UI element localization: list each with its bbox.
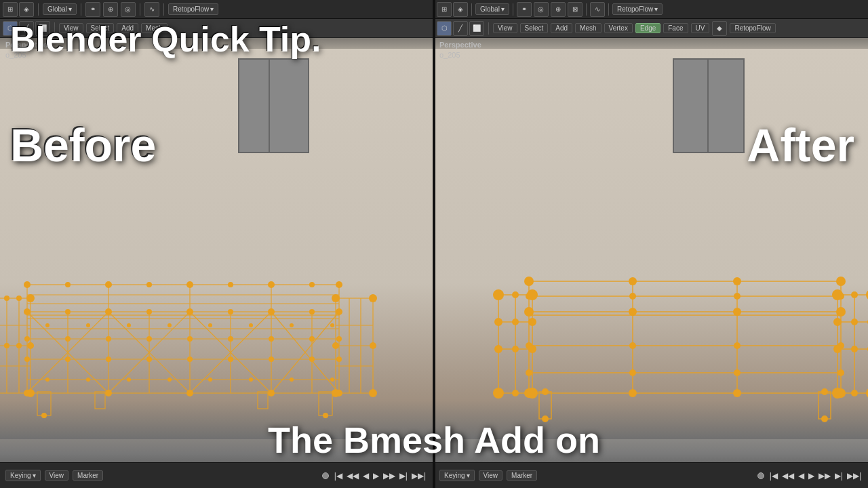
right-grid-icon[interactable]: ⊞ (437, 2, 452, 17)
wave-icon[interactable]: ∿ (144, 2, 159, 17)
global-label-right: Global (480, 5, 500, 13)
svg-point-108 (290, 323, 294, 327)
prev-keyframe-btn-left[interactable]: ◀◀ (345, 471, 360, 481)
svg-rect-25 (37, 392, 51, 415)
svg-point-162 (527, 289, 538, 300)
right-toolbar2: ⬡ ╱ ⬜ View Select Add Mesh Vertex Edge F… (434, 19, 868, 38)
edge-btn-right[interactable]: Edge (635, 23, 660, 33)
chevron-down-icon: ▾ (68, 5, 72, 13)
svg-point-89 (323, 413, 328, 418)
svg-point-171 (512, 346, 519, 352)
skip-end-btn-left[interactable]: ▶| (398, 471, 409, 481)
timeline-controls-right[interactable]: |◀ ◀◀ ◀ ▶ ▶▶ ▶| ▶▶| (768, 471, 863, 481)
view-tl-btn-right[interactable]: View (479, 470, 503, 481)
right-sep2 (513, 3, 513, 16)
svg-point-167 (493, 388, 504, 399)
svg-point-83 (369, 294, 377, 302)
magnet-icon[interactable]: ⊕ (103, 2, 118, 17)
retopoflow-btn-right[interactable]: RetopoFlow ▾ (612, 3, 663, 15)
svg-rect-1 (27, 285, 339, 315)
svg-point-63 (24, 281, 31, 288)
svg-point-154 (629, 369, 636, 376)
prev-keyframe-btn-right[interactable]: ◀◀ (781, 471, 795, 481)
svg-point-81 (16, 343, 22, 348)
right-wave-icon[interactable]: ∿ (590, 2, 605, 17)
svg-point-177 (833, 345, 842, 353)
next-frame-btn-right[interactable]: ▶▶ (817, 471, 832, 481)
svg-point-68 (65, 309, 71, 314)
right-diamond-icon[interactable]: ◆ (712, 21, 727, 36)
mesh-btn-right[interactable]: Mesh (575, 23, 601, 33)
marker-btn-left[interactable]: Marker (73, 470, 103, 481)
retopoflow-btn-left[interactable]: RetopoFlow ▾ (168, 3, 218, 15)
proportional-icon[interactable]: ◎ (121, 2, 136, 17)
keying-dropdown-right[interactable]: Keying ▾ (439, 470, 475, 481)
right-face-mode-icon[interactable]: ⬜ (469, 21, 484, 36)
svg-point-84 (332, 342, 339, 349)
retopoflow-chevron-left: ▾ (210, 5, 214, 13)
select-btn-right[interactable]: Select (520, 23, 549, 33)
svg-point-164 (528, 318, 536, 326)
right-toolbar-icons: ⊞ ◈ (437, 2, 468, 17)
right-link-icon[interactable]: ⚭ (517, 2, 532, 17)
scene-icon[interactable]: ◈ (19, 2, 34, 17)
right-snap-icon[interactable]: ⊠ (568, 2, 583, 17)
marker-btn-right[interactable]: Marker (507, 470, 537, 481)
svg-point-166 (528, 345, 536, 353)
svg-point-90 (65, 282, 71, 287)
face-btn-right[interactable]: Face (663, 23, 688, 33)
end-btn-left[interactable]: ▶▶| (410, 471, 427, 481)
perspective-label-right: Perspective (439, 41, 481, 49)
svg-point-115 (249, 378, 253, 382)
svg-point-88 (41, 413, 47, 418)
prev-frame-btn-right[interactable]: ◀ (797, 471, 806, 481)
right-panel: ⊞ ◈ Global ▾ ⚭ ◎ ⊕ ⊠ ∿ RetopoFlow ▾ (434, 0, 868, 488)
svg-point-183 (851, 346, 858, 352)
svg-point-187 (542, 388, 549, 395)
vertex-btn-right[interactable]: Vertex (604, 23, 633, 33)
play-btn-right[interactable]: ▶ (807, 471, 816, 481)
global-dropdown-right[interactable]: Global ▾ (475, 3, 509, 15)
right-window-1 (673, 58, 710, 153)
tb2-right-sep1 (488, 22, 489, 35)
uv-btn-right[interactable]: UV (691, 23, 710, 33)
svg-point-46 (268, 308, 275, 315)
skip-end-btn-right[interactable]: ▶| (833, 471, 844, 481)
next-frame-btn-left[interactable]: ▶▶ (382, 471, 397, 481)
main-container: ⊞ ◈ Global ▾ ⚭ ⊕ ◎ ∿ RetopoFlow ▾ ⬡ (0, 0, 868, 488)
grid-icon[interactable]: ⊞ (3, 2, 18, 17)
retopoflow-tb-right[interactable]: RetopoFlow (730, 23, 775, 33)
prev-frame-btn-left[interactable]: ◀ (361, 471, 370, 481)
svg-point-64 (105, 281, 112, 288)
svg-point-85 (370, 342, 376, 349)
after-label: After (747, 119, 854, 171)
svg-point-56 (269, 357, 274, 362)
svg-point-148 (733, 389, 741, 397)
svg-point-102 (45, 323, 50, 327)
end-btn-right[interactable]: ▶▶| (846, 471, 863, 481)
svg-point-144 (733, 277, 741, 285)
right-scene-icon[interactable]: ◈ (453, 2, 468, 17)
view-btn-right[interactable]: View (493, 23, 517, 33)
right-magnet-icon[interactable]: ◎ (534, 2, 549, 17)
add-btn-right[interactable]: Add (551, 23, 572, 33)
svg-point-53 (24, 357, 30, 362)
svg-point-82 (332, 294, 340, 302)
keying-dropdown-left[interactable]: Keying ▾ (5, 470, 41, 481)
skip-start-btn-right[interactable]: |◀ (768, 471, 779, 481)
link-icon[interactable]: ⚭ (85, 2, 100, 17)
svg-point-86 (332, 389, 340, 397)
right-sep4 (608, 3, 609, 16)
play-btn-left[interactable]: ▶ (372, 471, 380, 481)
right-edge-mode-icon[interactable]: ╱ (453, 21, 468, 36)
right-vertex-mode-icon[interactable]: ⬡ (437, 21, 452, 36)
svg-point-69 (146, 309, 152, 314)
view-tl-btn-left[interactable]: View (45, 470, 69, 481)
right-transform-icon[interactable]: ⊕ (551, 2, 566, 17)
skip-start-btn-left[interactable]: |◀ (333, 471, 344, 481)
svg-point-107 (249, 323, 253, 327)
svg-point-117 (330, 378, 334, 382)
global-dropdown-left[interactable]: Global ▾ (43, 3, 77, 15)
svg-point-169 (512, 291, 519, 298)
timeline-controls-left[interactable]: |◀ ◀◀ ◀ ▶ ▶▶ ▶| ▶▶| (333, 471, 427, 481)
